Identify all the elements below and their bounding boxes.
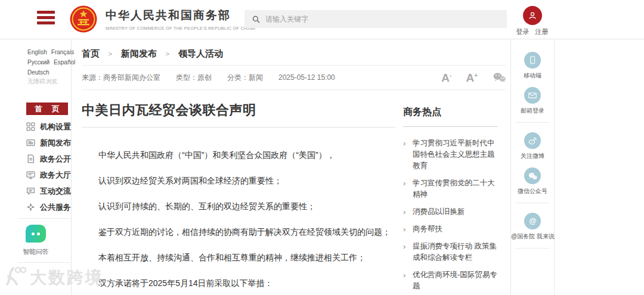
meta-source: 来源：商务部新闻办公室: [82, 73, 160, 83]
meta-datetime: 2025-05-12 15:00: [278, 73, 335, 82]
hotspot-label: 商务帮扶: [413, 225, 442, 233]
search-icon: [252, 15, 261, 24]
breadcrumb: 首页＞新闻发布＞领导人活动: [82, 48, 223, 60]
sidebar-item-label: 政务公开: [40, 154, 71, 164]
hamburger-menu-icon[interactable]: [37, 11, 56, 29]
divider: [82, 127, 395, 128]
article-paragraph: 双方承诺将于2025年5月14日前采取以下举措：: [82, 277, 398, 290]
rail-item-mail[interactable]: 邮箱登录: [511, 87, 554, 115]
smart-qa-widget[interactable]: 智能问答: [0, 225, 72, 256]
hotspot-link[interactable]: ›提振消费专项行动 政策集成和综合解读专栏: [403, 241, 497, 263]
article-paragraph: 鉴于双方近期的讨论，相信持续的协商有助于解决双方在经贸领域关切的问题；: [82, 226, 398, 238]
rail-item-mobile[interactable]: 移动端: [511, 52, 554, 80]
hotspot-label: 学习宣传贯彻党的二十大精神: [413, 179, 495, 198]
register-link[interactable]: 注册: [535, 27, 549, 36]
sidebar-item[interactable]: 政务大厅: [26, 167, 71, 183]
right-icon-rail: 移动端邮箱登录关注微博微信公众号@@国务院 我来说: [510, 40, 555, 295]
breadcrumb-item[interactable]: 新闻发布: [121, 48, 157, 60]
chevron-right-icon: ›: [403, 206, 405, 218]
font-decrease-button[interactable]: A-: [441, 72, 451, 83]
weibo-icon: [524, 132, 541, 149]
sidebar-item[interactable]: 公共服务: [26, 199, 71, 215]
sidebar-menu: 机构设置新闻发布政务公开政务大厅互动交流公共服务: [26, 119, 71, 215]
main-content: 首页＞新闻发布＞领导人活动 来源：商务部新闻办公室 类型：原创 分类：新闻 20…: [72, 40, 510, 295]
smart-qa-label: 智能问答: [0, 247, 72, 256]
left-sidebar: EnglishFrançaisРусскийEspañolDeutsch 无障碍…: [0, 40, 72, 295]
chevron-right-icon: ›: [403, 178, 405, 189]
meta-category: 分类：新闻: [227, 73, 263, 83]
hotspot-link[interactable]: ›学习宣传贯彻党的二十大精神: [403, 178, 497, 200]
chevron-right-icon: ›: [403, 138, 405, 149]
rail-item-wechat[interactable]: 微信公众号: [511, 167, 554, 195]
hotspots-list: ›学习贯彻习近平新时代中国特色社会主义思想主题教育›学习宣传贯彻党的二十大精神›…: [403, 138, 497, 295]
sidebar-item-label: 政务大厅: [40, 170, 71, 181]
site-brand[interactable]: 中华人民共和国商务部 MINISTRY OF COMMERCE OF THE P…: [69, 5, 255, 33]
breadcrumb-item[interactable]: 领导人活动: [178, 48, 223, 60]
hotspots-panel: 商务热点 ›学习贯彻习近平新时代中国特色社会主义思想主题教育›学习宣传贯彻党的二…: [403, 106, 497, 295]
user-avatar-icon[interactable]: [523, 6, 542, 25]
wechat-icon: [524, 167, 541, 184]
hotspots-title: 商务热点: [403, 106, 497, 119]
article-paragraph: 认识到可持续的、长期的、互利的双边经贸关系的重要性；: [82, 200, 398, 213]
robot-icon: [26, 225, 46, 243]
rail-item-weibo[interactable]: 关注微博: [511, 132, 554, 160]
at-icon: @: [524, 213, 541, 229]
hotspot-link[interactable]: ›学习贯彻习近平新时代中国特色社会主义思想主题教育: [403, 138, 497, 172]
language-link[interactable]: English: [27, 47, 47, 57]
font-increase-button[interactable]: A+: [466, 72, 478, 83]
sidebar-item[interactable]: 政务公开: [26, 151, 71, 167]
breadcrumb-separator: ＞: [107, 49, 114, 59]
language-link[interactable]: Deutsch: [27, 67, 49, 77]
divider: [516, 248, 549, 249]
mobile-icon: [524, 52, 541, 69]
hotspot-link[interactable]: ›商务帮扶: [403, 223, 497, 235]
language-link[interactable]: Русский: [27, 57, 49, 67]
search-input[interactable]: [265, 15, 500, 23]
sidebar-item[interactable]: 机构设置: [26, 119, 71, 135]
article-paragraph: 中华人民共和国政府（“中国”）和美利坚合众国政府（“美国”），: [82, 149, 398, 162]
newspaper-icon: [26, 138, 35, 147]
hotspot-link[interactable]: ›优化营商环境-国际贸易专题: [403, 269, 497, 292]
site-title: 中华人民共和国商务部: [106, 8, 255, 23]
hotspot-label: 消费品以旧换新: [413, 207, 465, 216]
site-subtitle: MINISTRY OF COMMERCE OF THE PEOPLE'S REP…: [106, 26, 255, 31]
hotspot-label: 学习贯彻习近平新时代中国特色社会主义思想主题教育: [413, 139, 495, 170]
grid-icon: [26, 122, 35, 131]
hotspot-label: 提振消费专项行动 政策集成和综合解读专栏: [413, 242, 497, 262]
document-icon: [26, 154, 35, 163]
search-box[interactable]: [244, 10, 507, 28]
chevron-right-icon: ›: [403, 269, 405, 281]
divider: [18, 262, 70, 263]
chevron-right-icon: ›: [403, 223, 405, 235]
brand-text: 中华人民共和国商务部 MINISTRY OF COMMERCE OF THE P…: [106, 8, 255, 31]
rail-item-label: 移动端: [511, 72, 554, 80]
rail-item-label: 关注微博: [511, 152, 554, 160]
language-link[interactable]: Français: [51, 47, 74, 57]
sidebar-item-label: 新闻发布: [40, 138, 71, 148]
sidebar-item[interactable]: 互动交流: [26, 183, 71, 199]
article-body: 中华人民共和国政府（“中国”）和美利坚合众国政府（“美国”），认识到双边经贸关系…: [82, 149, 398, 295]
hotspot-link[interactable]: ›消费品以旧换新: [403, 206, 497, 218]
sidebar-item[interactable]: 新闻发布: [26, 135, 71, 151]
top-header: 中华人民共和国商务部 MINISTRY OF COMMERCE OF THE P…: [0, 0, 644, 39]
sidebar-item-label: 机构设置: [40, 122, 71, 132]
divider: [18, 218, 70, 219]
monitor-icon: [26, 170, 35, 179]
rail-item-label: 微信公众号: [511, 187, 554, 195]
rail-item-label: @国务院 我来说: [511, 232, 554, 241]
wechat-share-icon[interactable]: [492, 72, 506, 83]
divider: [516, 122, 549, 123]
svg-text:@: @: [529, 217, 536, 225]
article-paragraph: 认识到双边经贸关系对两国和全球经济的重要性；: [82, 175, 398, 187]
sidebar-item-label: 互动交流: [40, 186, 71, 197]
accessibility-link[interactable]: 无障碍浏览: [27, 77, 57, 86]
sidebar-item-label: 公共服务: [40, 202, 71, 213]
rail-item-at[interactable]: @@国务院 我来说: [511, 213, 554, 241]
breadcrumb-item[interactable]: 首页: [82, 48, 100, 60]
compass-icon: [26, 203, 35, 212]
user-area: 登录 注册: [510, 6, 554, 36]
article-meta: 来源：商务部新闻办公室 类型：原创 分类：新闻 2025-05-12 15:00…: [82, 66, 506, 89]
sidebar-item-home[interactable]: 首 页: [26, 103, 68, 115]
article-paragraph: 本着相互开放、持续沟通、合作和相互尊重的精神，继续推进相关工作；: [82, 251, 398, 264]
login-link[interactable]: 登录: [516, 27, 530, 36]
